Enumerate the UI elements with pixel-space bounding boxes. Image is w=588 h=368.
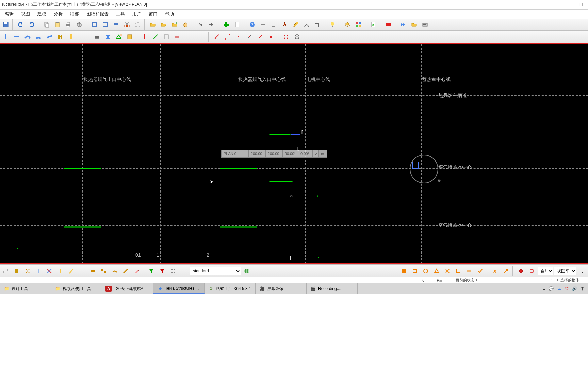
grid-color-icon[interactable] (353, 19, 363, 30)
view-cube-ring[interactable] (410, 155, 438, 183)
menu-help[interactable]: 帮助 (162, 10, 177, 18)
select-bolt-icon[interactable] (120, 266, 131, 276)
compass-icon[interactable] (280, 19, 290, 30)
menu-drawings[interactable]: 图纸和报告 (83, 10, 112, 18)
plate-icon[interactable] (125, 32, 135, 42)
cut-line-icon[interactable] (140, 32, 150, 42)
filter-red-icon[interactable] (157, 266, 167, 276)
cut-poly-icon[interactable] (161, 32, 172, 42)
tray-cloud-icon[interactable]: ☁ (557, 286, 561, 291)
tray-shield-icon[interactable]: 🛡 (565, 286, 569, 291)
menu-window[interactable]: 窗口 (145, 10, 161, 18)
menu-edit[interactable]: 编辑 (1, 10, 17, 18)
beam[interactable] (64, 168, 101, 169)
viewplane-combo[interactable]: 视图平面 (554, 267, 576, 275)
select-column-icon[interactable] (55, 266, 65, 276)
var-x-icon[interactable]: X (490, 266, 500, 276)
copy-icon[interactable] (42, 19, 52, 30)
globe-icon[interactable] (242, 266, 252, 276)
shape-x-icon[interactable] (442, 266, 453, 276)
cut-diag-icon[interactable] (150, 32, 161, 42)
select-points-icon[interactable] (22, 266, 33, 276)
cube-icon[interactable] (74, 19, 84, 30)
menu-detail[interactable]: 细部 (67, 10, 82, 18)
taskbar-item-design[interactable]: 📁 设计工具 (0, 283, 51, 294)
folder-yellow-icon[interactable] (409, 19, 419, 30)
select-parts-icon[interactable] (88, 266, 98, 276)
bulb-icon[interactable] (327, 19, 338, 30)
tray-ime-icon[interactable]: 中 (581, 286, 585, 292)
beam-arc-icon[interactable] (33, 32, 44, 42)
shape-corner-icon[interactable] (453, 266, 463, 276)
window-split-icon[interactable] (100, 19, 110, 30)
cotaelev-icon[interactable]: ↗ (313, 150, 319, 157)
tray-volume-icon[interactable]: 🔊 (572, 286, 577, 291)
menu-view[interactable]: 视图 (18, 10, 33, 18)
filter-combo[interactable]: standard (190, 267, 241, 275)
pencil-icon[interactable] (291, 19, 301, 30)
undo-icon[interactable] (16, 19, 26, 30)
menu-user[interactable]: 用户 (129, 10, 145, 18)
shape-check-icon[interactable] (475, 266, 485, 276)
snap-grid-icon[interactable] (281, 32, 291, 42)
beam-diag-icon[interactable] (44, 32, 54, 42)
more-icon[interactable]: ⋮ (577, 266, 587, 276)
truss-icon[interactable] (114, 32, 124, 42)
view-3d-wire-icon[interactable] (527, 266, 537, 276)
select-pen-icon[interactable] (66, 266, 76, 276)
bolt-icon[interactable] (55, 32, 65, 42)
snap-mid-icon[interactable] (233, 32, 244, 42)
view-cube-face[interactable] (412, 162, 419, 169)
select-weld-icon[interactable] (110, 266, 120, 276)
beam[interactable] (220, 168, 257, 169)
select-erase-icon[interactable] (131, 266, 142, 276)
tray-wechat-icon[interactable]: 💬 (549, 286, 554, 291)
snap-circle-icon[interactable] (292, 32, 302, 42)
save-icon[interactable] (1, 19, 11, 30)
minimize-button[interactable]: — (568, 2, 573, 7)
folder-icon[interactable] (148, 19, 158, 30)
snap-intersect-icon[interactable] (244, 32, 255, 42)
folder-open-icon[interactable] (159, 19, 169, 30)
crop-icon[interactable] (312, 19, 323, 30)
view-3d-icon[interactable] (516, 266, 526, 276)
snap-line-icon[interactable] (212, 32, 222, 42)
select-cross-icon[interactable] (44, 266, 54, 276)
binoculars-icon[interactable] (92, 32, 102, 42)
taskbar-item-recording[interactable]: 🎬 Recording...... (307, 283, 358, 294)
help-icon[interactable]: ? (247, 19, 257, 30)
select-rect-icon[interactable] (133, 19, 143, 30)
tray-up-icon[interactable]: ▴ (543, 286, 545, 291)
taskbar-item-tekla[interactable]: ◆ Tekla Structures ... (153, 283, 205, 294)
filter-green-icon[interactable] (146, 266, 157, 276)
cut-part-icon[interactable] (172, 32, 182, 42)
select-window-icon[interactable] (77, 266, 87, 276)
auto-combo[interactable]: 自动 (538, 267, 553, 275)
coord-y-field[interactable]: 200.00 (266, 150, 283, 157)
column-icon[interactable] (66, 32, 76, 42)
doc-check-icon[interactable] (368, 19, 378, 30)
shape-circle-icon[interactable] (421, 266, 431, 276)
list-icon[interactable] (111, 19, 121, 30)
add-doc-icon[interactable] (232, 19, 242, 30)
menu-analysis[interactable]: 分析 (50, 10, 66, 18)
taskbar-item-factory[interactable]: ⚙ 格式工厂 X64 5.8.1 (205, 283, 256, 294)
snap-end-icon[interactable] (223, 32, 233, 42)
arrow-ne-icon[interactable] (501, 266, 511, 276)
snap-node-icon[interactable] (266, 32, 276, 42)
shape-outline-icon[interactable] (410, 266, 420, 276)
menu-modeling[interactable]: 建模 (34, 10, 50, 18)
taskbar-item-video[interactable]: 📁 视频及使用工具 (51, 283, 102, 294)
coord-toggle[interactable]: ▭ (319, 150, 327, 157)
window-single-icon[interactable] (89, 19, 99, 30)
arc-icon[interactable] (301, 19, 312, 30)
keyboard-icon[interactable] (420, 19, 430, 30)
add-green-icon[interactable] (221, 19, 231, 30)
maximize-button[interactable]: ☐ (579, 2, 583, 7)
filter-hash-icon[interactable] (179, 266, 189, 276)
cut-icon[interactable] (122, 19, 132, 30)
folder-add-icon[interactable]: + (169, 19, 180, 30)
shape-triangle-icon[interactable] (431, 266, 442, 276)
menu-tools[interactable]: 工具 (113, 10, 128, 18)
taskbar-item-recorder[interactable]: 🎥 屏幕录像 (256, 283, 307, 294)
